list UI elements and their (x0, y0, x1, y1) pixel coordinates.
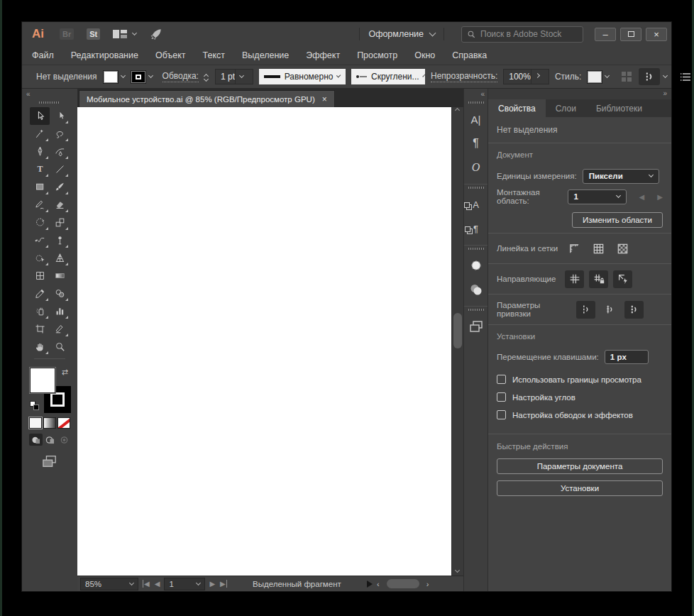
color-button[interactable] (29, 417, 42, 429)
scale-tool[interactable] (50, 214, 70, 231)
menu-type[interactable]: Текст (203, 50, 225, 60)
list-menu-icon[interactable] (680, 72, 691, 82)
scroll-up-icon[interactable] (455, 108, 460, 113)
use-preview-bounds-checkbox[interactable] (497, 375, 506, 384)
tab-layers[interactable]: Слои (546, 99, 586, 117)
eraser-tool[interactable] (50, 196, 70, 214)
scroll-left-icon[interactable]: ‹ (377, 580, 380, 588)
menu-view[interactable]: Просмотр (357, 50, 397, 60)
tab-libraries[interactable]: Библиотеки (586, 99, 652, 117)
collapse-panel-icon[interactable]: » (488, 89, 671, 99)
close-button[interactable]: × (646, 28, 667, 41)
swap-fill-stroke-icon[interactable]: ⇄ (62, 368, 68, 377)
width-tool[interactable] (30, 231, 50, 249)
chevron-down-icon[interactable] (121, 73, 126, 78)
vertical-scrollbar[interactable] (451, 107, 463, 576)
workspace-switcher[interactable]: Оформление (368, 29, 435, 39)
graphic-style-control[interactable] (587, 70, 609, 84)
smart-guides-button[interactable] (613, 270, 632, 288)
column-graph-tool[interactable] (50, 302, 70, 320)
stroke-width-stepper[interactable] (204, 73, 208, 81)
snap-options-button[interactable] (639, 68, 660, 85)
curvature-tool[interactable] (50, 143, 70, 160)
draw-inside-button[interactable] (57, 434, 71, 446)
document-setup-button[interactable]: Параметры документа (497, 458, 663, 474)
minimize-button[interactable]: – (595, 28, 616, 41)
artboard-select[interactable]: 1 (568, 189, 627, 204)
document-tab[interactable]: Мобильное устройство.ai @ 85% (RGB/Предп… (79, 90, 335, 107)
artboard-navigation-select[interactable]: 1 (164, 578, 205, 590)
tab-properties[interactable]: Свойства (488, 99, 546, 117)
draw-behind-button[interactable] (43, 434, 57, 446)
style-swatch[interactable] (587, 70, 602, 84)
show-guides-button[interactable] (565, 270, 584, 288)
rectangle-tool[interactable] (30, 178, 50, 196)
show-grid-button[interactable] (589, 240, 608, 258)
opacity-field[interactable]: 100% (503, 69, 549, 84)
direct-selection-tool[interactable] (50, 107, 70, 125)
drag-grip-icon[interactable] (468, 101, 484, 104)
collapse-tools-icon[interactable]: « (22, 89, 77, 99)
artboard-tool[interactable] (30, 320, 50, 338)
opacity-label[interactable]: Непрозрачность: (431, 71, 497, 82)
default-fill-stroke-icon[interactable] (30, 401, 39, 410)
puppet-warp-tool[interactable] (50, 231, 70, 249)
chevron-down-icon[interactable] (663, 73, 668, 78)
arrange-documents-icon[interactable] (113, 29, 136, 39)
variable-width-profile-select[interactable]: Равномерно (259, 69, 346, 84)
symbol-sprayer-tool[interactable] (30, 302, 50, 320)
chevron-down-icon[interactable] (605, 73, 610, 78)
paragraph-styles-panel-icon[interactable]: ¶ (466, 218, 486, 239)
menu-edit[interactable]: Редактирование (71, 50, 138, 60)
horizontal-scroll-thumb[interactable] (387, 579, 419, 588)
stroke-color-control[interactable] (131, 70, 153, 84)
fill-swatch[interactable] (103, 70, 119, 84)
paintbrush-tool[interactable] (50, 178, 70, 196)
keyboard-increment-input[interactable] (605, 350, 649, 364)
perspective-grid-tool[interactable] (50, 249, 70, 267)
adobe-stock-search[interactable] (461, 26, 583, 43)
menu-window[interactable]: Окно (414, 50, 435, 60)
vertical-scroll-thumb[interactable] (453, 313, 462, 348)
none-button[interactable] (57, 417, 70, 429)
last-artboard-button[interactable]: ▶ (220, 580, 227, 588)
shaper-tool[interactable] (30, 196, 50, 214)
scroll-right-icon[interactable]: › (426, 580, 429, 588)
fill-color-proxy[interactable] (30, 368, 55, 393)
selection-tool[interactable] (30, 107, 50, 125)
blend-tool[interactable] (50, 285, 70, 302)
status-menu-icon[interactable] (367, 581, 373, 588)
menu-object[interactable]: Объект (155, 50, 186, 60)
magic-wand-tool[interactable] (30, 125, 50, 143)
character-panel-icon[interactable]: A| (466, 109, 486, 130)
zoom-level-select[interactable]: 85% (80, 578, 138, 590)
units-select[interactable]: Пиксели (583, 169, 659, 184)
menu-effect[interactable]: Эффект (306, 50, 340, 60)
opentype-panel-icon[interactable]: O (466, 157, 486, 178)
close-tab-icon[interactable]: × (322, 94, 327, 104)
snap-to-grid-button[interactable] (600, 301, 619, 319)
drag-grip-icon[interactable] (468, 187, 484, 189)
slice-tool[interactable] (50, 320, 70, 338)
character-styles-panel-icon[interactable]: A (466, 194, 486, 215)
snap-to-point-button[interactable] (576, 301, 595, 319)
status-text[interactable]: Выделенный фрагмент (231, 580, 363, 588)
type-tool[interactable]: T (30, 160, 50, 178)
shape-builder-tool[interactable] (30, 249, 50, 267)
line-segment-tool[interactable] (50, 160, 70, 178)
stroke-width-select[interactable]: 1 pt (215, 69, 253, 84)
first-artboard-button[interactable]: ◀ (143, 580, 150, 588)
scale-corners-checkbox[interactable] (497, 392, 506, 402)
stroke-swatch[interactable] (131, 70, 146, 84)
brush-definition-select[interactable]: Скруглени... (351, 69, 425, 84)
dashed-circle-panel-icon[interactable] (466, 255, 486, 276)
eyedropper-tool[interactable] (30, 285, 50, 302)
hand-tool[interactable] (30, 338, 50, 356)
preferences-button[interactable]: Установки (497, 480, 663, 496)
drag-grip-icon[interactable] (39, 101, 60, 104)
show-transparency-grid-button[interactable] (613, 240, 632, 258)
mesh-tool[interactable] (30, 267, 50, 285)
drag-grip-icon[interactable] (468, 309, 484, 311)
paragraph-panel-icon[interactable]: ¶ (466, 133, 486, 154)
share-rocket-icon[interactable] (149, 28, 163, 40)
